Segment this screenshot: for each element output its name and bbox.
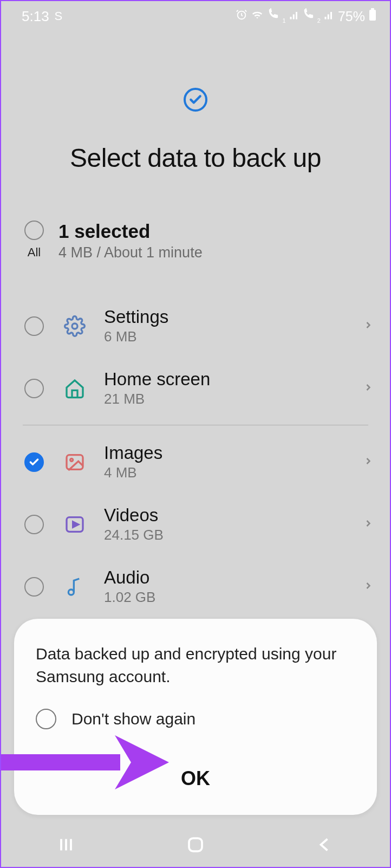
ok-button[interactable]: OK (36, 767, 355, 790)
status-time: 5:13 (22, 8, 49, 25)
data-type-list: Settings 6 MB Home screen 21 MB (1, 295, 390, 618)
audio-icon (61, 576, 89, 598)
status-indicator: S (55, 9, 63, 23)
item-size: 4 MB (104, 464, 348, 481)
gear-icon (61, 315, 89, 337)
status-bar: 5:13 S 1 2 75% (1, 1, 390, 29)
wifi-icon (251, 9, 264, 24)
nav-recents-icon[interactable] (56, 835, 76, 857)
item-settings[interactable]: Settings 6 MB (1, 295, 390, 357)
select-all-checkbox[interactable] (24, 221, 44, 240)
home-icon (61, 378, 89, 399)
item-size: 21 MB (104, 391, 348, 407)
checkbox-settings[interactable] (24, 316, 44, 336)
chevron-right-icon (363, 317, 374, 335)
selected-count: 1 selected (58, 221, 203, 242)
checkbox-videos[interactable] (24, 515, 44, 534)
header-check-icon (184, 88, 207, 112)
dialog-message: Data backed up and encrypted using your … (36, 643, 355, 688)
checkbox-home-screen[interactable] (24, 379, 44, 398)
checkbox-images[interactable] (24, 452, 44, 472)
battery-percent: 75% (338, 9, 365, 24)
item-home-screen[interactable]: Home screen 21 MB (1, 357, 390, 419)
dont-show-checkbox[interactable] (36, 709, 56, 729)
chevron-right-icon (363, 453, 374, 471)
item-size: 1.02 GB (104, 589, 348, 606)
nav-home-icon[interactable] (186, 835, 205, 857)
item-size: 24.15 GB (104, 527, 348, 543)
sim1-call-icon: 1 (267, 8, 285, 24)
image-icon (61, 451, 89, 473)
svg-rect-2 (371, 8, 374, 10)
battery-icon (368, 8, 377, 24)
signal2-icon (324, 9, 334, 23)
svg-point-4 (72, 323, 77, 329)
sim2-call-icon: 2 (302, 8, 321, 24)
svg-rect-14 (189, 838, 202, 851)
item-title: Images (104, 443, 348, 463)
item-videos[interactable]: Videos 24.15 GB (1, 493, 390, 555)
item-audio[interactable]: Audio 1.02 GB (1, 555, 390, 618)
nav-back-icon[interactable] (315, 835, 335, 857)
signal1-icon (289, 9, 299, 23)
item-size: 6 MB (104, 328, 348, 345)
item-title: Settings (104, 307, 348, 327)
dont-show-again-row[interactable]: Don't show again (36, 709, 355, 729)
checkbox-audio[interactable] (24, 577, 44, 597)
select-all-label: All (23, 245, 45, 260)
dont-show-label: Don't show again (71, 710, 196, 728)
item-images[interactable]: Images 4 MB (1, 431, 390, 493)
page-title: Select data to back up (1, 143, 390, 173)
svg-point-6 (70, 458, 73, 461)
item-title: Videos (104, 505, 348, 526)
video-icon (61, 514, 89, 535)
alarm-icon (236, 9, 247, 24)
chevron-right-icon (363, 379, 374, 398)
navigation-bar (1, 825, 390, 867)
list-divider (23, 425, 368, 425)
chevron-right-icon (363, 515, 374, 534)
info-dialog: Data backed up and encrypted using your … (14, 619, 377, 815)
selection-summary: All 1 selected 4 MB / About 1 minute (1, 173, 390, 261)
svg-marker-8 (73, 522, 79, 527)
item-title: Audio (104, 567, 348, 588)
chevron-right-icon (363, 578, 374, 596)
item-title: Home screen (104, 369, 348, 390)
selected-meta: 4 MB / About 1 minute (58, 244, 203, 261)
